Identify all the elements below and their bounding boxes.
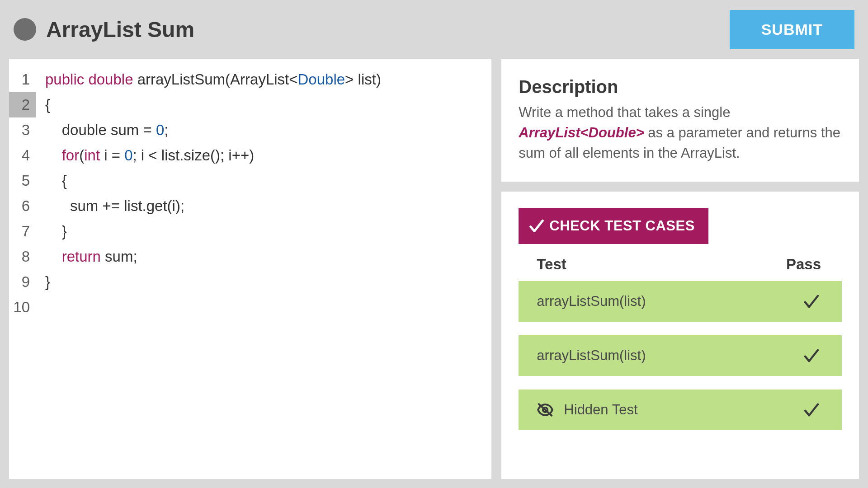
test-row-left: arrayListSum(list) <box>537 347 646 364</box>
tests-panel: CHECK TEST CASES Test Pass arrayListSum(… <box>501 192 859 479</box>
test-label: Hidden Test <box>564 402 637 418</box>
code-text: double sum = <box>45 122 156 138</box>
line-number[interactable]: 2 <box>9 92 36 117</box>
description-heading: Description <box>519 77 842 97</box>
eye-slash-icon <box>537 401 554 418</box>
line-number[interactable]: 7 <box>9 219 36 244</box>
test-row-left: arrayListSum(list) <box>537 293 646 310</box>
main-content: 1 2 3 4 5 6 7 8 9 10 public double array… <box>0 59 868 488</box>
code-keyword: for <box>62 147 80 164</box>
line-number[interactable]: 3 <box>9 117 36 143</box>
test-table-header: Test Pass <box>519 244 842 281</box>
code-text: sum; <box>101 248 137 265</box>
line-number[interactable]: 5 <box>9 168 36 193</box>
line-number[interactable]: 9 <box>9 269 36 295</box>
code-number: 0 <box>156 122 164 138</box>
description-body: Write a method that takes a single Array… <box>519 103 842 164</box>
code-text: > list) <box>345 71 381 88</box>
code-text: ; <box>164 122 168 138</box>
right-column: Description Write a method that takes a … <box>501 59 859 479</box>
code-text: { <box>45 172 67 189</box>
description-emphasis: ArrayList<Double> <box>519 125 644 141</box>
code-text: } <box>45 273 50 290</box>
check-test-cases-button[interactable]: CHECK TEST CASES <box>519 208 708 244</box>
code-text: sum += list.get(i); <box>45 197 184 214</box>
checkmark-icon <box>802 292 821 311</box>
status-dot-icon <box>14 18 36 41</box>
header-bar: ArrayList Sum SUBMIT <box>0 0 868 59</box>
checkmark-icon <box>802 346 821 365</box>
test-row: Hidden Test <box>519 389 842 430</box>
code-keyword: public <box>45 71 84 88</box>
line-number[interactable]: 6 <box>9 193 36 219</box>
code-keyword: double <box>88 71 133 88</box>
check-button-label: CHECK TEST CASES <box>549 218 694 234</box>
code-keyword: return <box>62 248 101 265</box>
line-number[interactable]: 1 <box>9 67 36 92</box>
description-panel: Description Write a method that takes a … <box>501 59 859 182</box>
test-row: arrayListSum(list) <box>519 335 842 376</box>
test-label: arrayListSum(list) <box>537 293 646 310</box>
code-type: Double <box>298 71 345 88</box>
test-col-header: Test <box>537 256 566 273</box>
test-row-left: Hidden Test <box>537 401 637 418</box>
code-text: } <box>45 223 67 239</box>
code-text: i = <box>100 147 124 164</box>
header-left: ArrayList Sum <box>14 17 194 42</box>
test-label: arrayListSum(list) <box>537 347 646 364</box>
line-gutter: 1 2 3 4 5 6 7 8 9 10 <box>9 59 36 479</box>
pass-col-header: Pass <box>786 256 821 273</box>
test-row: arrayListSum(list) <box>519 281 842 322</box>
check-icon <box>528 217 546 235</box>
line-number[interactable]: 4 <box>9 143 36 168</box>
line-number[interactable]: 8 <box>9 244 36 269</box>
code-number: 0 <box>124 147 132 164</box>
description-text: Write a method that takes a single <box>519 104 730 120</box>
checkmark-icon <box>802 400 821 419</box>
code-area[interactable]: public double arrayListSum(ArrayList<Dou… <box>36 59 491 479</box>
code-text: { <box>45 96 50 113</box>
submit-button[interactable]: SUBMIT <box>730 10 854 49</box>
page-title: ArrayList Sum <box>46 17 194 42</box>
code-editor-panel: 1 2 3 4 5 6 7 8 9 10 public double array… <box>9 59 491 479</box>
code-text: ( <box>79 147 84 164</box>
line-number[interactable]: 10 <box>9 295 36 320</box>
code-keyword: int <box>84 147 100 164</box>
code-text: arrayListSum(ArrayList< <box>133 71 298 88</box>
code-text: ; i < list.size(); i++) <box>133 147 255 164</box>
